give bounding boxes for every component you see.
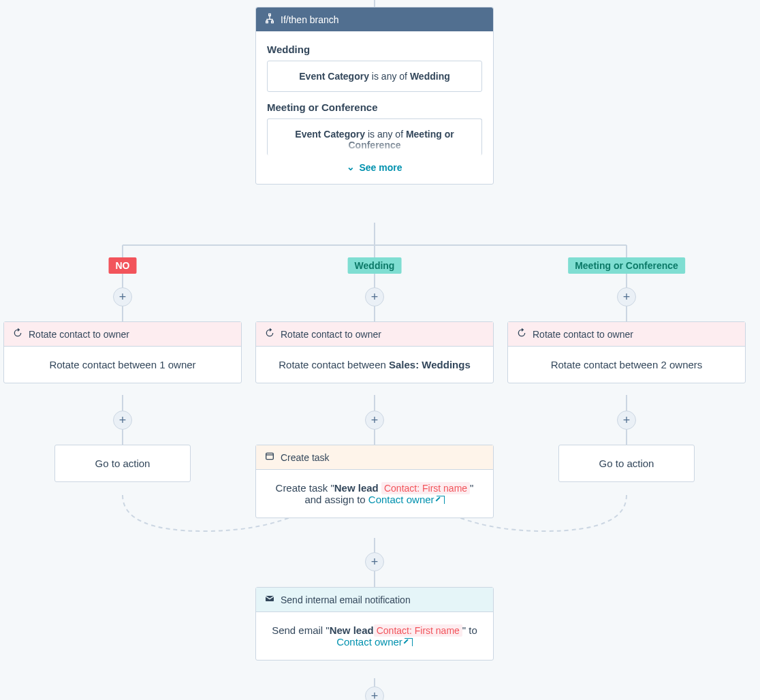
condition-wedding-label: Wedding [267,44,482,55]
rotate-header-no: Rotate contact to owner [4,322,241,347]
if-then-title: If/then branch [281,14,339,25]
add-action-no-1[interactable]: + [113,287,132,306]
add-action-after-task[interactable]: + [365,552,384,571]
if-then-body: Wedding Event Category is any of Wedding… [256,31,493,184]
if-then-header: If/then branch [256,7,493,31]
add-action-no-2[interactable]: + [113,411,132,430]
email-notification-card[interactable]: Send internal email notification Send em… [255,587,494,661]
rotate-card-no[interactable]: Rotate contact to owner Rotate contact b… [3,321,242,383]
branch-label-conference: Meeting or Conference [568,257,685,274]
see-more-button[interactable]: ⌄See more [267,162,482,173]
contact-owner-link[interactable]: Contact owner [368,494,445,505]
if-then-branch-node[interactable]: If/then branch Wedding Event Category is… [255,7,494,185]
condition-wedding: Wedding Event Category is any of Wedding [267,44,482,92]
rotate-body-wedding: Rotate contact between Sales: Weddings [256,347,493,383]
add-action-conf-2[interactable]: + [617,411,636,430]
svg-rect-12 [266,453,274,459]
mail-icon [264,593,275,606]
condition-conference-rule[interactable]: Event Category is any of Meeting or Conf… [267,118,482,155]
goto-action-conf[interactable]: Go to action [558,445,695,482]
rotate-card-wedding[interactable]: Rotate contact to owner Rotate contact b… [255,321,494,383]
branch-label-no: NO [109,257,137,274]
create-task-card[interactable]: Create task Create task "New lead Contac… [255,445,494,518]
condition-conference-label: Meeting or Conference [267,101,482,113]
condition-wedding-rule[interactable]: Event Category is any of Wedding [267,61,482,92]
rotate-card-conference[interactable]: Rotate contact to owner Rotate contact b… [507,321,746,383]
chevron-down-icon: ⌄ [347,161,355,172]
external-link-icon [405,638,413,646]
add-action-wed-2[interactable]: + [365,411,384,430]
rotate-body-conference: Rotate contact between 2 owners [508,347,745,383]
add-action-wed-1[interactable]: + [365,287,384,306]
contact-first-name-token: Contact: First name [381,482,470,494]
create-task-header: Create task [256,445,493,470]
sitemap-icon [264,13,275,26]
email-header: Send internal email notification [256,588,493,612]
goto-action-no[interactable]: Go to action [54,445,191,482]
branch-label-wedding: Wedding [348,257,402,274]
contact-owner-link[interactable]: Contact owner [336,636,413,648]
task-icon [264,451,275,464]
external-link-icon [437,496,445,504]
add-action-conf-1[interactable]: + [617,287,636,306]
add-action-after-email[interactable]: + [365,686,384,700]
rotate-icon [12,328,23,340]
email-body: Send email "New leadContact: First name"… [256,612,493,660]
rotate-header-wedding: Rotate contact to owner [256,322,493,347]
rotate-header-conference: Rotate contact to owner [508,322,745,347]
condition-conference: Meeting or Conference Event Category is … [267,101,482,155]
create-task-body: Create task "New lead Contact: First nam… [256,470,493,518]
contact-first-name-token: Contact: First name [374,624,462,637]
rotate-icon [516,328,527,340]
rotate-icon [264,328,275,340]
rotate-body-no: Rotate contact between 1 owner [4,347,241,383]
